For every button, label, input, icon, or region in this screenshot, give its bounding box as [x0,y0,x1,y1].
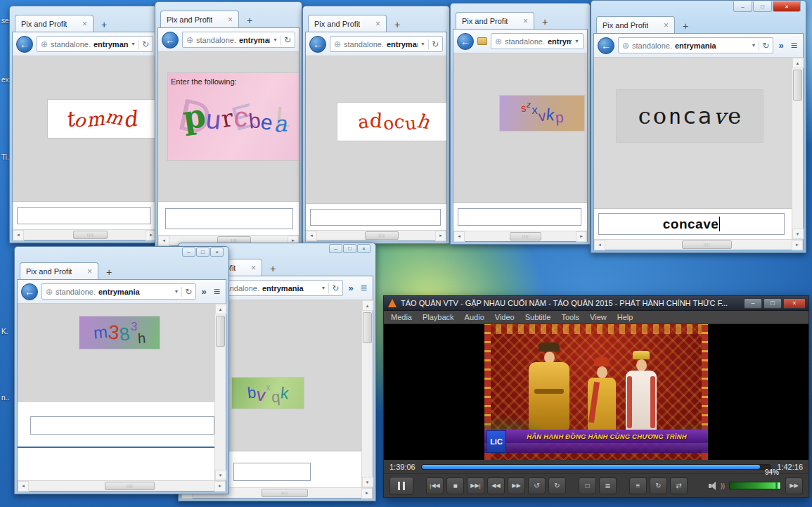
tab-pix-and-profit[interactable]: Pix and Profit × [160,11,239,27]
scrollbar-thumb[interactable]: |||| [262,489,307,497]
scroll-up-icon[interactable]: ▲ [362,300,373,311]
scroll-down-icon[interactable]: ▼ [792,229,804,239]
skip-back-button[interactable]: ◀◀ [487,477,505,494]
captcha-input[interactable] [165,208,293,229]
maximize-button[interactable]: □ [753,1,772,12]
captcha-input[interactable] [233,463,311,481]
scrollbar-thumb[interactable]: |||| [365,231,399,240]
desktop-icon-label[interactable]: n.. [1,394,9,402]
scroll-left-icon[interactable]: ◄ [13,230,24,240]
scroll-down-icon[interactable]: ▼ [362,477,373,487]
skip-forward-button[interactable]: ▶▶ [508,477,525,494]
scroll-right-icon[interactable]: ► [361,488,373,499]
scroll-down-icon[interactable]: ▼ [215,470,226,480]
maximize-button[interactable]: □ [196,248,210,257]
scrollbar-thumb[interactable]: |||| [510,232,542,240]
scrollbar-thumb[interactable]: |||| [105,482,155,490]
tab-pix-and-profit[interactable]: Pix and Profit × [308,15,387,32]
tab-close-icon[interactable]: × [657,20,669,30]
tab-pix-and-profit[interactable]: Pix and Profit × [456,12,534,29]
folder-icon[interactable] [477,37,487,45]
url-bar[interactable]: ⊕ standalone. entrymania ▼ ↻ [41,283,196,300]
vertical-scrollbar[interactable]: ▲ ▼ [361,300,373,487]
captcha-input[interactable] [17,207,151,224]
scroll-right-icon[interactable]: ► [792,240,803,250]
horizontal-scrollbar[interactable]: ◄ |||| ► [594,239,803,250]
loop-b-button[interactable]: ↻ [548,477,566,494]
menu-subtitle[interactable]: Subtitle [525,313,551,321]
scroll-up-icon[interactable]: ▲ [215,304,226,314]
desktop-icon-label[interactable]: K. [1,328,8,335]
new-tab-button[interactable]: + [537,15,553,29]
menu-audio[interactable]: Audio [465,313,484,321]
horizontal-scrollbar[interactable]: ◄ |||| ► [18,480,226,491]
menu-tools[interactable]: Tools [561,313,579,321]
url-bar[interactable]: ⊕ standalone. entrymania ▼ ↻ [330,36,443,52]
minimize-button[interactable]: – [744,298,762,309]
back-button[interactable]: ← [21,283,38,300]
reload-icon[interactable]: ↻ [142,39,149,49]
menu-icon[interactable]: ≡ [789,39,799,52]
back-button[interactable]: ← [16,36,33,53]
maximize-button[interactable]: □ [343,244,356,253]
horizontal-scrollbar[interactable]: ◄ |||| ► [453,231,587,241]
minimize-button[interactable]: – [733,1,752,12]
desktop-icon-label[interactable]: Ti. [1,153,9,161]
scrollbar-thumb[interactable]: |||| [73,231,108,239]
tab-close-icon[interactable]: × [221,15,233,25]
loop-button[interactable]: ↻ [650,477,667,494]
captcha-input[interactable] [30,416,214,435]
horizontal-scrollbar[interactable]: ◄ |||| ► [306,230,446,240]
scroll-left-icon[interactable]: ◄ [306,231,317,241]
tab-close-icon[interactable]: × [368,19,380,29]
close-button[interactable]: × [773,1,801,12]
back-button[interactable]: ← [309,36,326,53]
scroll-left-icon[interactable]: ◄ [18,481,29,492]
volume-slider[interactable] [729,482,781,489]
overflow-icon[interactable]: » [777,40,785,51]
volume-icon[interactable] [709,481,719,491]
scroll-left-icon[interactable]: ◄ [158,236,169,246]
captcha-input[interactable] [310,209,441,226]
minimize-button[interactable]: – [329,244,342,253]
url-bar[interactable]: ⊕ standalone. entrymania ▼ ↻ [37,36,153,52]
close-button[interactable]: × [783,298,806,309]
url-bar[interactable]: ⊕ standalone. entrymania ▼ ↻ [618,37,773,53]
menu-view[interactable]: View [590,313,607,321]
maximize-button[interactable]: □ [763,298,782,309]
url-bar[interactable]: ⊕ standalone. entrymania ▼ [491,33,584,49]
scroll-left-icon[interactable]: ◄ [453,231,465,242]
reload-icon[interactable]: ↻ [284,35,291,45]
scroll-left-icon[interactable]: ◄ [594,240,605,250]
scrollbar-thumb[interactable] [216,316,225,347]
vertical-scrollbar[interactable]: ▲ ▼ [792,58,803,239]
url-bar[interactable]: ⊕ standalone. entrymania ▼ ↻ [182,32,295,48]
tab-close-icon[interactable]: × [80,267,92,276]
back-button[interactable]: ← [457,33,474,50]
next-button[interactable]: ▶▶| [467,477,484,494]
scroll-right-icon[interactable]: ► [435,231,446,241]
urlbar-dropdown-icon[interactable]: ▼ [131,41,136,46]
menu-help[interactable]: Help [617,313,633,321]
urlbar-dropdown-icon[interactable]: ▼ [751,43,756,48]
scrollbar-thumb[interactable] [793,70,802,101]
tab-pix-and-profit[interactable]: Pix and Profit × [20,262,98,279]
urlbar-dropdown-icon[interactable]: ▼ [574,39,579,44]
video-area[interactable]: HÂN HẠNH ĐỒNG HÀNH CÙNG CHƯƠNG TRÌNH LiC [384,324,808,460]
desktop-icon-label[interactable]: ex [1,76,9,84]
tab-pix-and-profit[interactable]: Pix and Profit × [596,16,675,33]
new-tab-button[interactable]: + [242,13,257,27]
urlbar-dropdown-icon[interactable]: ▼ [273,37,278,42]
volume-marker[interactable] [775,482,778,489]
reload-icon[interactable]: ↻ [762,41,769,51]
random-button[interactable]: ⇄ [670,477,688,494]
captcha-input[interactable] [458,208,581,226]
vertical-scrollbar[interactable]: ▲ ▼ [214,304,226,480]
menu-icon[interactable]: ≡ [212,285,222,298]
scroll-right-icon[interactable]: ► [214,481,226,492]
stop-button[interactable]: ■ [446,477,464,494]
window-titlebar[interactable]: – □ × [593,1,804,12]
close-button[interactable]: × [210,248,224,257]
new-tab-button[interactable]: + [96,18,112,32]
tab-pix-and-profit[interactable]: Pix and Profit × [15,15,94,32]
